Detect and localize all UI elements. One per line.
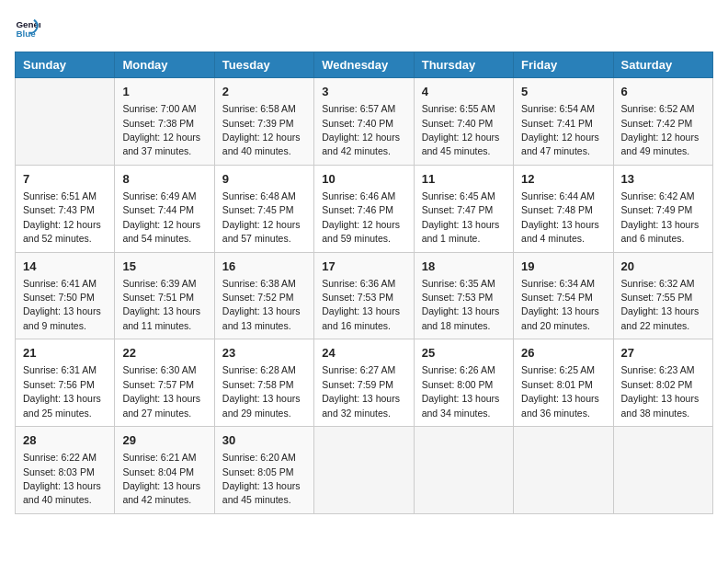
day-number: 17	[322, 259, 405, 275]
day-detail: Sunrise: 6:36 AMSunset: 7:53 PMDaylight:…	[322, 278, 400, 331]
day-detail: Sunrise: 6:32 AMSunset: 7:55 PMDaylight:…	[621, 278, 700, 331]
day-number: 28	[23, 432, 107, 449]
day-detail: Sunrise: 6:46 AMSunset: 7:46 PMDaylight:…	[322, 190, 400, 244]
calendar-cell: 29Sunrise: 6:21 AMSunset: 8:04 PMDayligh…	[115, 427, 214, 514]
day-detail: Sunrise: 6:49 AMSunset: 7:44 PMDaylight:…	[122, 190, 200, 244]
week-row-5: 28Sunrise: 6:22 AMSunset: 8:03 PMDayligh…	[16, 427, 713, 514]
day-detail: Sunrise: 6:39 AMSunset: 7:51 PMDaylight:…	[122, 278, 200, 331]
calendar-cell: 19Sunrise: 6:34 AMSunset: 7:54 PMDayligh…	[514, 252, 613, 339]
calendar-table: SundayMondayTuesdayWednesdayThursdayFrid…	[15, 52, 713, 514]
day-header-sunday: Sunday	[16, 52, 115, 78]
day-number: 1	[122, 84, 206, 100]
day-detail: Sunrise: 6:27 AMSunset: 7:59 PMDaylight:…	[322, 364, 400, 418]
day-detail: Sunrise: 6:21 AMSunset: 8:04 PMDaylight:…	[122, 452, 200, 505]
day-detail: Sunrise: 6:57 AMSunset: 7:40 PMDaylight:…	[322, 103, 400, 156]
calendar-cell: 13Sunrise: 6:42 AMSunset: 7:49 PMDayligh…	[613, 165, 712, 252]
day-number: 21	[23, 345, 107, 362]
day-number: 4	[422, 84, 506, 100]
day-detail: Sunrise: 6:30 AMSunset: 7:57 PMDaylight:…	[122, 364, 200, 418]
calendar-cell: 8Sunrise: 6:49 AMSunset: 7:44 PMDaylight…	[115, 165, 214, 252]
day-header-wednesday: Wednesday	[314, 52, 414, 78]
day-detail: Sunrise: 6:45 AMSunset: 7:47 PMDaylight:…	[422, 190, 500, 244]
day-number: 9	[222, 171, 306, 188]
calendar-cell: 21Sunrise: 6:31 AMSunset: 7:56 PMDayligh…	[16, 339, 115, 427]
calendar-cell: 25Sunrise: 6:26 AMSunset: 8:00 PMDayligh…	[414, 339, 513, 427]
day-number: 6	[621, 84, 705, 100]
day-detail: Sunrise: 6:34 AMSunset: 7:54 PMDaylight:…	[521, 278, 599, 331]
day-number: 16	[222, 259, 306, 275]
day-detail: Sunrise: 6:48 AMSunset: 7:45 PMDaylight:…	[222, 190, 301, 244]
day-number: 18	[422, 259, 506, 275]
day-detail: Sunrise: 6:41 AMSunset: 7:50 PMDaylight:…	[23, 278, 101, 331]
day-header-thursday: Thursday	[414, 52, 513, 78]
day-number: 3	[322, 84, 405, 100]
calendar-cell	[613, 427, 712, 514]
day-detail: Sunrise: 6:44 AMSunset: 7:48 PMDaylight:…	[521, 190, 599, 244]
calendar-cell: 3Sunrise: 6:57 AMSunset: 7:40 PMDaylight…	[314, 78, 414, 166]
day-number: 22	[122, 345, 206, 362]
day-detail: Sunrise: 6:23 AMSunset: 8:02 PMDaylight:…	[621, 364, 700, 418]
calendar-cell	[16, 78, 115, 166]
calendar-cell: 2Sunrise: 6:58 AMSunset: 7:39 PMDaylight…	[214, 78, 313, 166]
calendar-cell	[514, 427, 613, 514]
day-detail: Sunrise: 6:28 AMSunset: 7:58 PMDaylight:…	[222, 364, 301, 418]
day-number: 26	[521, 345, 605, 362]
logo-icon: General Blue	[15, 15, 40, 40]
day-detail: Sunrise: 6:51 AMSunset: 7:43 PMDaylight:…	[23, 190, 101, 244]
header: General Blue	[15, 15, 713, 40]
calendar-cell: 14Sunrise: 6:41 AMSunset: 7:50 PMDayligh…	[16, 252, 115, 339]
calendar-cell: 28Sunrise: 6:22 AMSunset: 8:03 PMDayligh…	[16, 427, 115, 514]
day-header-saturday: Saturday	[613, 52, 712, 78]
calendar-cell: 22Sunrise: 6:30 AMSunset: 7:57 PMDayligh…	[115, 339, 214, 427]
calendar-cell: 9Sunrise: 6:48 AMSunset: 7:45 PMDaylight…	[214, 165, 313, 252]
calendar-cell: 20Sunrise: 6:32 AMSunset: 7:55 PMDayligh…	[613, 252, 712, 339]
day-number: 25	[422, 345, 506, 362]
day-number: 20	[621, 259, 705, 275]
day-detail: Sunrise: 6:31 AMSunset: 7:56 PMDaylight:…	[23, 364, 101, 418]
day-detail: Sunrise: 6:20 AMSunset: 8:05 PMDaylight:…	[222, 452, 301, 505]
day-detail: Sunrise: 6:58 AMSunset: 7:39 PMDaylight:…	[222, 103, 301, 156]
day-detail: Sunrise: 6:54 AMSunset: 7:41 PMDaylight:…	[521, 103, 599, 156]
day-number: 10	[322, 171, 405, 188]
calendar-cell: 6Sunrise: 6:52 AMSunset: 7:42 PMDaylight…	[613, 78, 712, 166]
week-row-1: 1Sunrise: 7:00 AMSunset: 7:38 PMDaylight…	[16, 78, 713, 166]
day-detail: Sunrise: 6:26 AMSunset: 8:00 PMDaylight:…	[422, 364, 500, 418]
day-number: 29	[122, 432, 206, 449]
calendar-cell	[414, 427, 513, 514]
day-header-tuesday: Tuesday	[214, 52, 313, 78]
calendar-cell: 27Sunrise: 6:23 AMSunset: 8:02 PMDayligh…	[613, 339, 712, 427]
day-detail: Sunrise: 6:38 AMSunset: 7:52 PMDaylight:…	[222, 278, 301, 331]
day-number: 14	[23, 259, 107, 275]
calendar-cell: 17Sunrise: 6:36 AMSunset: 7:53 PMDayligh…	[314, 252, 414, 339]
calendar-cell	[314, 427, 414, 514]
week-row-4: 21Sunrise: 6:31 AMSunset: 7:56 PMDayligh…	[16, 339, 713, 427]
day-number: 13	[621, 171, 705, 188]
day-detail: Sunrise: 6:22 AMSunset: 8:03 PMDaylight:…	[23, 452, 101, 505]
calendar-cell: 12Sunrise: 6:44 AMSunset: 7:48 PMDayligh…	[514, 165, 613, 252]
calendar-cell: 23Sunrise: 6:28 AMSunset: 7:58 PMDayligh…	[214, 339, 313, 427]
day-number: 11	[422, 171, 506, 188]
calendar-cell: 1Sunrise: 7:00 AMSunset: 7:38 PMDaylight…	[115, 78, 214, 166]
day-number: 8	[122, 171, 206, 188]
calendar-cell: 26Sunrise: 6:25 AMSunset: 8:01 PMDayligh…	[514, 339, 613, 427]
day-number: 2	[222, 84, 306, 100]
calendar-cell: 30Sunrise: 6:20 AMSunset: 8:05 PMDayligh…	[214, 427, 313, 514]
day-number: 5	[521, 84, 605, 100]
week-row-2: 7Sunrise: 6:51 AMSunset: 7:43 PMDaylight…	[16, 165, 713, 252]
calendar-cell: 15Sunrise: 6:39 AMSunset: 7:51 PMDayligh…	[115, 252, 214, 339]
day-detail: Sunrise: 6:52 AMSunset: 7:42 PMDaylight:…	[621, 103, 700, 156]
calendar-cell: 18Sunrise: 6:35 AMSunset: 7:53 PMDayligh…	[414, 252, 513, 339]
day-detail: Sunrise: 7:00 AMSunset: 7:38 PMDaylight:…	[122, 103, 200, 156]
day-number: 15	[122, 259, 206, 275]
calendar-cell: 4Sunrise: 6:55 AMSunset: 7:40 PMDaylight…	[414, 78, 513, 166]
calendar-cell: 16Sunrise: 6:38 AMSunset: 7:52 PMDayligh…	[214, 252, 313, 339]
day-detail: Sunrise: 6:42 AMSunset: 7:49 PMDaylight:…	[621, 190, 700, 244]
calendar-cell: 24Sunrise: 6:27 AMSunset: 7:59 PMDayligh…	[314, 339, 414, 427]
calendar-cell: 10Sunrise: 6:46 AMSunset: 7:46 PMDayligh…	[314, 165, 414, 252]
day-detail: Sunrise: 6:25 AMSunset: 8:01 PMDaylight:…	[521, 364, 599, 418]
calendar-header-row: SundayMondayTuesdayWednesdayThursdayFrid…	[16, 52, 713, 78]
day-number: 19	[521, 259, 605, 275]
day-number: 27	[621, 345, 705, 362]
day-detail: Sunrise: 6:35 AMSunset: 7:53 PMDaylight:…	[422, 278, 500, 331]
day-number: 7	[23, 171, 107, 188]
